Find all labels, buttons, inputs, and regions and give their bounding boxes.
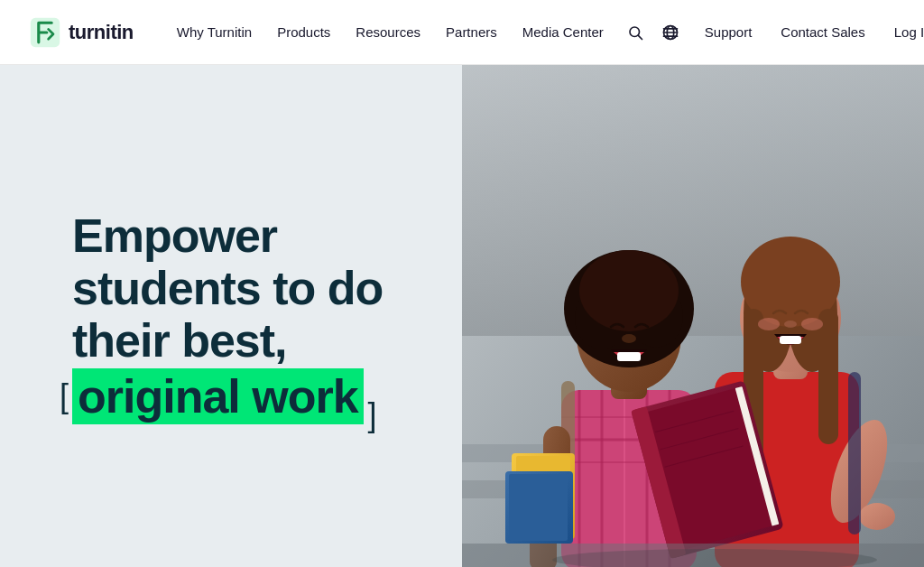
hero-text: Empower students to do their best, [ ori… bbox=[0, 65, 462, 567]
svg-point-27 bbox=[579, 250, 679, 331]
bracket-left-icon: [ bbox=[60, 380, 68, 413]
svg-rect-44 bbox=[818, 309, 838, 444]
svg-rect-48 bbox=[780, 336, 801, 344]
svg-point-28 bbox=[622, 334, 636, 343]
nav-link-media-center[interactable]: Media Center bbox=[512, 17, 614, 47]
headline-line1: Empower bbox=[72, 209, 277, 262]
language-selector[interactable] bbox=[652, 16, 688, 49]
hero-image bbox=[462, 65, 924, 567]
hero-highlight-text: original work bbox=[72, 368, 364, 424]
logo-area[interactable]: turnitin bbox=[29, 16, 134, 49]
nav-link-why-turnitin[interactable]: Why Turnitin bbox=[166, 17, 263, 47]
nav-link-support[interactable]: Support bbox=[692, 17, 765, 47]
nav-link-contact-sales[interactable]: Contact Sales bbox=[768, 17, 877, 47]
bracket-right-icon: ] bbox=[368, 399, 376, 432]
globe-icon bbox=[661, 23, 679, 42]
hero-headline: Empower students to do their best, [ ori… bbox=[72, 209, 408, 423]
nav-link-log-in[interactable]: Log In bbox=[882, 17, 924, 47]
search-icon bbox=[627, 24, 643, 41]
svg-line-2 bbox=[638, 35, 642, 39]
headline-line2: students to do bbox=[72, 262, 383, 314]
nav-links: Why Turnitin Products Resources Partners… bbox=[166, 17, 652, 48]
headline-highlight-wrapper: [ original work ] bbox=[72, 370, 364, 423]
svg-rect-58 bbox=[848, 372, 861, 534]
svg-point-45 bbox=[758, 318, 780, 330]
svg-point-46 bbox=[801, 318, 823, 330]
svg-rect-9 bbox=[462, 65, 924, 336]
svg-point-47 bbox=[784, 321, 797, 328]
nav-right: Support Contact Sales Log In bbox=[652, 16, 924, 49]
nav-link-partners[interactable]: Partners bbox=[435, 17, 508, 47]
nav-link-resources[interactable]: Resources bbox=[345, 17, 431, 47]
svg-rect-36 bbox=[509, 474, 568, 541]
navbar: turnitin Why Turnitin Products Resources… bbox=[0, 0, 924, 65]
turnitin-logo-icon bbox=[29, 16, 61, 49]
svg-point-57 bbox=[859, 503, 895, 530]
headline-line3: their best, bbox=[72, 314, 287, 367]
search-button[interactable] bbox=[618, 17, 652, 48]
hero-section: Empower students to do their best, [ ori… bbox=[0, 65, 924, 567]
brand-name: turnitin bbox=[69, 21, 134, 44]
hero-students-illustration bbox=[462, 65, 924, 567]
nav-link-products[interactable]: Products bbox=[266, 17, 341, 47]
svg-rect-29 bbox=[617, 352, 641, 361]
